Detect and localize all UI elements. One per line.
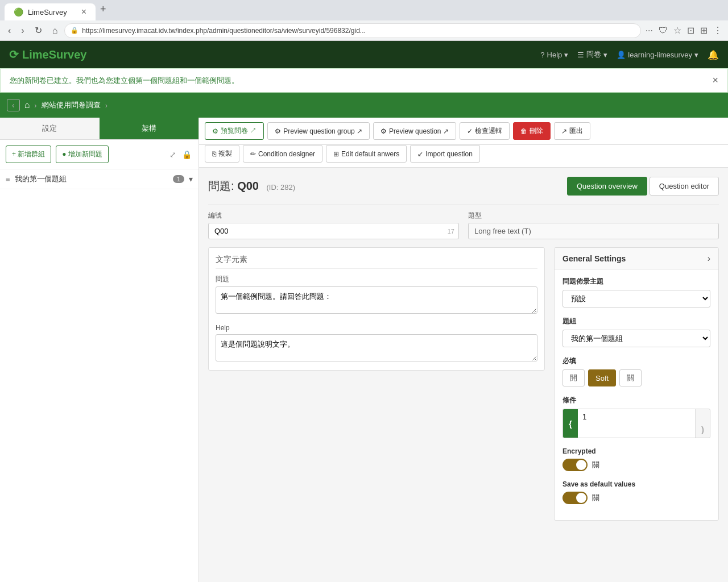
new-group-button[interactable]: + 新增群組 [6, 146, 51, 163]
notification-bell-icon[interactable]: 🔔 [708, 49, 719, 60]
mandatory-soft-button[interactable]: Soft [588, 369, 616, 386]
group-label: 我的第一個題組 [15, 174, 168, 184]
char-count: 17 [448, 228, 454, 235]
copy-icon: ⎘ [212, 150, 216, 158]
settings-panel-header: General Settings › [555, 248, 718, 270]
condition-designer-button[interactable]: ✏ Condition designer [243, 145, 322, 163]
lock-icon-button[interactable]: 🔒 [181, 149, 193, 160]
gear-icon: ⚙ [212, 127, 218, 135]
app-logo[interactable]: ⟳ LimeSurvey [9, 48, 86, 61]
library-icon[interactable]: ⊡ [686, 24, 696, 37]
save-default-toggle[interactable] [562, 492, 588, 504]
question-textarea[interactable] [216, 286, 537, 314]
export-icon: ↗ [561, 127, 567, 135]
help-field-label: Help [216, 324, 537, 332]
col-left: 文字元素 問題 Help [208, 247, 545, 521]
group-expand-button[interactable]: ▾ [189, 174, 193, 184]
question-overview-tab[interactable]: Question overview [567, 177, 647, 196]
col-right: General Settings › 問題佈景主題 預設 [554, 247, 719, 521]
extensions-icon[interactable]: ⊞ [699, 24, 709, 37]
back-button[interactable]: ‹ [5, 23, 14, 38]
question-code: Q00 [237, 180, 259, 192]
expand-icon-button[interactable]: ⤢ [168, 149, 177, 160]
code-label: 編號 [208, 211, 459, 221]
code-input-wrapper: 17 [208, 223, 459, 239]
tab-favicon: 🟢 [14, 7, 23, 16]
theme-section-label: 問題佈景主題 [562, 277, 710, 286]
condition-wrapper: { ) [562, 409, 710, 438]
shield-icon[interactable]: 🛡 [657, 24, 669, 37]
encrypted-slider [562, 459, 588, 471]
breadcrumb-item-survey[interactable]: 網站使用問卷調查 [42, 100, 101, 110]
breadcrumb-back-arrow[interactable]: ‹ [7, 99, 20, 111]
more-icon[interactable]: ⋮ [712, 24, 723, 37]
export-button[interactable]: ↗ 匯出 [554, 122, 590, 140]
address-bar[interactable]: 🔒 https://limesurvey.imacat.idv.tw/index… [64, 23, 640, 38]
survey-menu-link[interactable]: ☰ 問卷 ▾ [577, 49, 607, 60]
logo-icon: ⟳ [9, 48, 19, 61]
user-icon: 👤 [617, 51, 626, 59]
copy-button[interactable]: ⎘ 複製 [205, 145, 239, 163]
settings-chevron-button[interactable]: › [708, 253, 710, 264]
refresh-button[interactable]: ↻ [31, 23, 46, 38]
encrypted-toggle[interactable] [562, 459, 588, 471]
tab-label: LimeSurvey [28, 8, 67, 16]
home-button[interactable]: ⌂ [49, 23, 61, 38]
help-link[interactable]: ? Help ▾ [540, 51, 568, 59]
new-tab-button[interactable]: + [96, 1, 111, 18]
import-question-button[interactable]: ↙ Import question [410, 145, 480, 163]
browser-toolbar-right: ··· 🛡 ☆ ⊡ ⊞ ⋮ [644, 24, 723, 37]
edit-default-answers-button[interactable]: ⊞ Edit default anwers [326, 145, 407, 163]
sidebar-group-item[interactable]: ≡ 我的第一個題組 1 ▾ [0, 169, 198, 189]
forward-button[interactable]: › [18, 23, 27, 38]
question-id: (ID: 282) [267, 183, 296, 192]
url-text: https://limesurvey.imacat.idv.tw/index.p… [82, 27, 634, 35]
sidebar-icon-group: ⤢ 🔒 [168, 149, 193, 160]
browser-toolbar: ‹ › ↻ ⌂ 🔒 https://limesurvey.imacat.idv.… [0, 20, 728, 41]
home-icon[interactable]: ⌂ [24, 100, 30, 110]
group-badge: 1 [173, 175, 184, 183]
theme-select[interactable]: 預設 [562, 290, 710, 307]
mandatory-off-button[interactable]: 關 [619, 369, 642, 386]
gear-icon-2: ⚙ [275, 127, 281, 135]
type-input [468, 223, 719, 239]
gear-icon-3: ⚙ [380, 127, 387, 135]
question-field-label: 問題 [216, 275, 537, 284]
header-divider [208, 205, 719, 205]
preview-survey-button[interactable]: ⚙ 預覧問卷 ↗ [205, 122, 264, 140]
group-list-icon: ≡ [6, 175, 10, 184]
active-browser-tab[interactable]: 🟢 LimeSurvey × [5, 3, 96, 20]
add-question-button[interactable]: ● 增加新問題 [56, 146, 109, 163]
preview-group-button[interactable]: ⚙ Preview question group ↗ [267, 122, 370, 140]
save-default-toggle-wrapper: 關 [562, 492, 710, 504]
menu-dots[interactable]: ··· [644, 24, 654, 37]
check-logic-button[interactable]: ✓ 檢查邏輯 [460, 122, 510, 140]
question-editor-tab[interactable]: Question editor [650, 177, 719, 196]
sidebar: 設定 架構 + 新增群組 ● 增加新問題 ⤢ 🔒 ≡ 我的第一個題組 1 ▾ [0, 118, 199, 582]
preview-question-button[interactable]: ⚙ Preview question ↗ [373, 122, 456, 140]
tab-structure[interactable]: 架構 [100, 118, 199, 139]
content-inner: 問題: Q00 (ID: 282) Question overview Ques… [199, 168, 728, 530]
condition-textarea[interactable] [578, 409, 695, 438]
content-area: 問題: Q00 (ID: 282) Question overview Ques… [199, 168, 728, 582]
condition-section-label: 條件 [562, 396, 710, 405]
user-chevron: ▾ [694, 51, 698, 59]
help-chevron: ▾ [564, 51, 568, 59]
star-icon[interactable]: ☆ [672, 24, 682, 37]
delete-button[interactable]: 🗑 刪除 [513, 122, 551, 140]
code-input[interactable] [208, 223, 459, 239]
main-layout: 設定 架構 + 新增群組 ● 增加新問題 ⤢ 🔒 ≡ 我的第一個題組 1 ▾ ⚙… [0, 118, 728, 582]
settings-group-section: 題組 我的第一個題組 [562, 317, 710, 347]
tab-close-button[interactable]: × [81, 7, 86, 17]
group-select[interactable]: 我的第一個題組 [562, 330, 710, 347]
mandatory-on-button[interactable]: 開 [562, 369, 585, 386]
toolbar-row-2: ⎘ 複製 ✏ Condition designer ⊞ Edit default… [199, 145, 728, 168]
text-elements-box: 文字元素 問題 Help [208, 247, 545, 371]
question-title-area: 問題: Q00 (ID: 282) [208, 178, 567, 194]
sidebar-tabs: 設定 架構 [0, 118, 198, 140]
notification-close-button[interactable]: × [712, 74, 718, 86]
user-menu-link[interactable]: 👤 learning-limesurvey ▾ [617, 51, 698, 59]
tab-settings[interactable]: 設定 [0, 118, 100, 139]
pencil-icon: ✏ [250, 150, 256, 158]
help-textarea[interactable] [216, 334, 537, 361]
